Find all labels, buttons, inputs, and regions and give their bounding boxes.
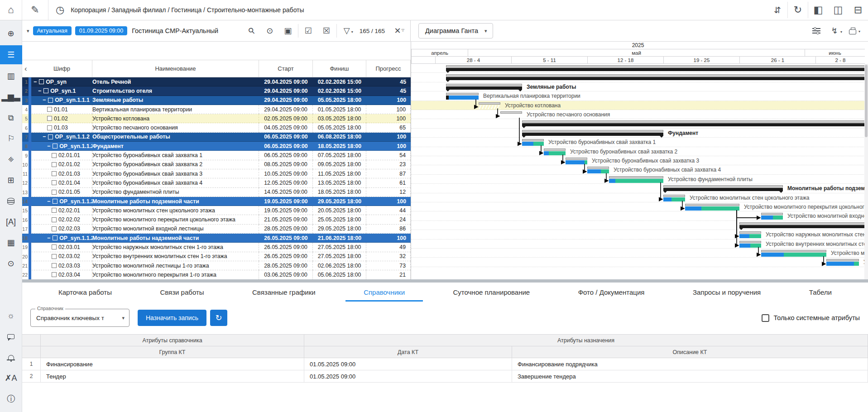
row-checkbox[interactable]	[52, 226, 57, 231]
sidebar-item-documents[interactable]: ⧉	[0, 107, 22, 128]
home-button[interactable]: ⌂	[0, 0, 22, 20]
layout-bottom-button[interactable]: ⊟	[848, 0, 868, 20]
expand-toggle[interactable]: −	[38, 88, 41, 94]
btable-row[interactable]: 2Тендер01.05.2025 09:00Завершение тендер…	[22, 370, 868, 383]
table-row[interactable]: 1−OP_synОтель Речной29.04.2025 09:0002.0…	[22, 77, 411, 86]
table-row[interactable]: 601.03Устройство песчаного основания04.0…	[22, 123, 411, 132]
table-row[interactable]: 401.01Вертикальная планировка территории…	[22, 105, 411, 114]
gantt-task-bar[interactable]	[609, 179, 663, 183]
btable-column-header-1[interactable]: Дата КТ	[304, 346, 512, 358]
table-row[interactable]: 14−OP_syn.1.1.2.Монолитные работы подзем…	[22, 197, 411, 206]
sidebar-item-language[interactable]: ✗A	[0, 368, 22, 388]
gantt-task-bar[interactable]	[479, 105, 500, 109]
row-checkbox[interactable]	[53, 144, 58, 149]
table-row[interactable]: 2002.03.02Устройство внутренних монолитн…	[22, 252, 411, 261]
gantt-task-bar[interactable]	[761, 253, 826, 257]
table-row[interactable]: 1102.01.03Устройство буронабивных свай з…	[22, 169, 411, 178]
sidebar-item-info[interactable]: ⓘ	[0, 388, 22, 409]
table-row[interactable]: 7−OP_syn.1.1.2Общестроительные работы06.…	[22, 133, 411, 142]
tab-1[interactable]: Связи работы	[142, 283, 222, 302]
table-row[interactable]: 1002.01.02Устройство буронабивных свай з…	[22, 160, 411, 169]
row-checkbox[interactable]	[48, 134, 53, 139]
btable-column-header-2[interactable]: Описание КТ	[512, 346, 868, 358]
gantt-task-bar[interactable]	[522, 142, 544, 146]
reference-select[interactable]: Справочник Справочник ключевых т ▾	[30, 309, 129, 327]
gantt-summary-bar[interactable]	[446, 68, 865, 71]
row-checkbox[interactable]	[52, 153, 57, 158]
search-button[interactable]: ⚲	[243, 27, 261, 35]
gantt-summary-bar[interactable]	[522, 133, 663, 136]
table-row[interactable]: 1202.01.04Устройство буронабивных свай з…	[22, 178, 411, 187]
refresh-button[interactable]: ↻	[788, 0, 808, 20]
breadcrumb[interactable]: Корпорация / Западный филиал / Гостиница…	[71, 6, 304, 14]
column-header-0[interactable]: Шифр	[32, 60, 92, 77]
sidebar-item-grid[interactable]: ⊞	[0, 170, 22, 191]
tab-4[interactable]: Суточное планирование	[435, 283, 548, 302]
filter-button[interactable]: ▽	[338, 27, 356, 35]
gantt-task-bar[interactable]	[663, 197, 685, 201]
clear-filter-button[interactable]: ✕	[388, 27, 407, 35]
sort-button[interactable]: ⇵	[767, 0, 787, 20]
table-row[interactable]: 18−OP_syn.1.1.2.Монолитные работы надзем…	[22, 234, 411, 243]
sidebar-item-theme[interactable]: ☼	[0, 305, 22, 326]
expand-toggle[interactable]: −	[34, 79, 37, 85]
tab-5[interactable]: Фото / Документация	[560, 283, 663, 302]
tab-2[interactable]: Связанные графики	[234, 283, 334, 302]
sidebar-item-globe[interactable]: ⊕	[0, 23, 22, 44]
row-checkbox[interactable]	[47, 125, 52, 130]
sidebar-item-gantt-list[interactable]: ☰	[0, 45, 22, 64]
expand-toggle[interactable]: −	[43, 134, 46, 140]
check-tasks-button[interactable]: ☑	[299, 27, 317, 35]
tab-6[interactable]: Запросы и поручения	[675, 283, 779, 302]
sidebar-item-flag[interactable]: ⚐	[0, 128, 22, 149]
sidebar-item-hatch[interactable]: ≡	[0, 149, 22, 170]
gantt-task-bar[interactable]	[761, 216, 783, 220]
gantt-scrollbar-thumb[interactable]	[865, 65, 868, 137]
row-checkbox[interactable]	[43, 88, 48, 93]
column-header-2[interactable]: Старт	[259, 60, 313, 77]
expand-toggle[interactable]: −	[47, 235, 50, 241]
sidebar-item-comments[interactable]	[0, 326, 22, 347]
sidebar-item-visibility[interactable]: ⊙	[0, 253, 22, 274]
sidebar-item-attributes[interactable]: [A]	[0, 211, 22, 232]
sidebar-item-notifications[interactable]	[0, 347, 22, 368]
table-row[interactable]: 1702.02.03Устройство монолитной входной …	[22, 225, 411, 234]
visibility-button[interactable]: ⊙	[261, 27, 279, 35]
table-row[interactable]: 2−OP_syn.1Строительство отеля29.04.2025 …	[22, 86, 411, 96]
column-header-3[interactable]: Финиш	[313, 60, 366, 77]
columns-button[interactable]: ▣	[279, 27, 297, 35]
row-checkbox[interactable]	[52, 263, 57, 268]
gantt-summary-bar[interactable]	[446, 77, 865, 80]
row-checkbox[interactable]	[47, 107, 52, 112]
schedule-menu-caret[interactable]: ▾	[27, 28, 29, 34]
edit-button[interactable]: ✎	[22, 0, 48, 20]
row-checkbox[interactable]	[48, 98, 53, 103]
btable-row[interactable]: 1Финансирование01.05.2025 09:00Финансиро…	[22, 358, 868, 370]
expand-toggle[interactable]: −	[43, 97, 46, 103]
row-checkbox[interactable]	[52, 244, 57, 249]
table-row[interactable]: 8−OP_syn.1.1.2.Фундамент06.05.2025 09:00…	[22, 142, 411, 151]
expand-toggle[interactable]: −	[47, 143, 50, 149]
column-header-4[interactable]: Прогресс	[366, 60, 411, 77]
row-checkbox[interactable]	[53, 199, 58, 204]
sidebar-item-database[interactable]	[0, 191, 22, 211]
assign-record-button[interactable]: Назначить запись	[138, 310, 206, 326]
gantt-summary-bar[interactable]	[663, 188, 783, 191]
row-checkbox[interactable]	[52, 208, 57, 213]
view-select[interactable]: Диаграмма Ганта ▾	[418, 23, 493, 38]
gantt-task-bar[interactable]	[544, 151, 566, 155]
gantt-task-bar[interactable]	[826, 262, 859, 266]
row-checkbox[interactable]	[52, 217, 57, 222]
gantt-task-bar[interactable]	[566, 160, 587, 164]
tab-7[interactable]: Табели	[791, 283, 850, 302]
horizontal-splitter[interactable]	[22, 279, 868, 283]
tab-0[interactable]: Карточка работы	[40, 283, 130, 302]
tab-3[interactable]: Справочники	[345, 283, 423, 302]
row-checkbox[interactable]	[39, 79, 44, 84]
table-row[interactable]: 501.02Устройство котлована02.05.2025 09:…	[22, 114, 411, 123]
gantt-settings-button[interactable]	[807, 28, 825, 34]
row-checkbox[interactable]	[52, 171, 57, 176]
gantt-task-bar[interactable]	[685, 206, 739, 211]
table-row[interactable]: 3−OP_syn.1.1.1Земляные работы29.04.2025 …	[22, 96, 411, 105]
gantt-task-bar[interactable]	[500, 114, 522, 118]
